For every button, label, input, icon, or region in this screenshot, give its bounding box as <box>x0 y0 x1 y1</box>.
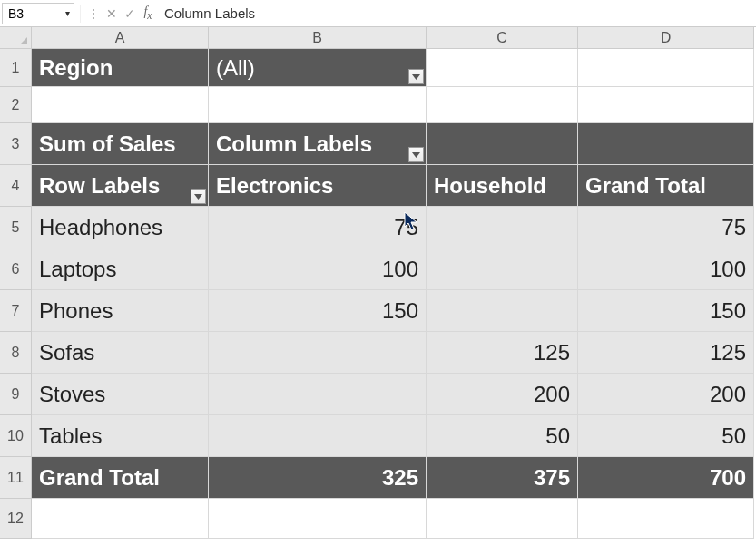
cell-A11[interactable]: Grand Total <box>32 457 209 499</box>
cell-C7[interactable] <box>427 290 578 332</box>
row-header-4[interactable]: 4 <box>0 165 32 207</box>
cell-A1[interactable]: Region <box>32 49 209 87</box>
confirm-check-icon[interactable]: ✓ <box>121 5 139 23</box>
cell-value: 150 <box>382 298 418 324</box>
cell-value: 75 <box>722 215 746 240</box>
cell-C11[interactable]: 375 <box>427 457 578 499</box>
cell-C5[interactable] <box>427 207 578 248</box>
col-header-D[interactable]: D <box>578 27 754 49</box>
row-header-12[interactable]: 12 <box>0 499 32 539</box>
cell-C10[interactable]: 50 <box>427 415 578 457</box>
col-header-A[interactable]: A <box>32 27 209 49</box>
spreadsheet-grid: A B C D 1 Region (All) 2 3 Sum of Sales … <box>0 27 756 539</box>
cell-value: 200 <box>710 382 746 407</box>
row-label: Sofas <box>39 340 94 365</box>
row-header-1[interactable]: 1 <box>0 49 32 87</box>
name-box-value: B3 <box>8 6 24 21</box>
cell-B6[interactable]: 100 <box>209 248 427 290</box>
cell-D2[interactable] <box>578 87 754 123</box>
chevron-down-icon <box>194 194 202 200</box>
cell-D5[interactable]: 75 <box>578 207 754 248</box>
pivot-values-label: Sum of Sales <box>39 131 176 157</box>
row-label: Tables <box>39 424 102 449</box>
cell-A3[interactable]: Sum of Sales <box>32 123 209 165</box>
cell-C2[interactable] <box>427 87 578 123</box>
cell-D4[interactable]: Grand Total <box>578 165 754 207</box>
column-labels-dropdown-button[interactable] <box>408 147 424 162</box>
cell-B12[interactable] <box>209 499 427 539</box>
cell-B4[interactable]: Electronics <box>209 165 427 207</box>
row-header-3[interactable]: 3 <box>0 123 32 165</box>
cell-C8[interactable]: 125 <box>427 332 578 374</box>
cell-value: 100 <box>382 257 418 282</box>
select-all-corner[interactable] <box>0 27 32 49</box>
cell-B2[interactable] <box>209 87 427 123</box>
row-4: 4 Row Labels Electronics Household Grand… <box>0 165 756 207</box>
cell-value: 125 <box>534 340 570 365</box>
menu-dots-icon[interactable]: ⋮ <box>84 5 103 23</box>
grand-total-label: Grand Total <box>39 465 160 491</box>
cell-B11[interactable]: 325 <box>209 457 427 499</box>
cell-C3[interactable] <box>427 123 578 165</box>
cell-D11[interactable]: 700 <box>578 457 754 499</box>
cancel-x-icon[interactable]: ✕ <box>103 5 121 23</box>
row-header-5[interactable]: 5 <box>0 207 32 248</box>
row-1: 1 Region (All) <box>0 49 756 87</box>
cell-B7[interactable]: 150 <box>209 290 427 332</box>
cell-D12[interactable] <box>578 499 754 539</box>
cell-B1[interactable]: (All) <box>209 49 427 87</box>
cell-A8[interactable]: Sofas <box>32 332 209 374</box>
row-header-9[interactable]: 9 <box>0 374 32 415</box>
cell-D9[interactable]: 200 <box>578 374 754 415</box>
row-12: 12 <box>0 499 756 539</box>
name-box[interactable]: B3 ▾ <box>2 3 74 24</box>
pivot-column-labels: Column Labels <box>216 131 372 157</box>
row-header-11[interactable]: 11 <box>0 457 32 499</box>
cell-A2[interactable] <box>32 87 209 123</box>
cell-D10[interactable]: 50 <box>578 415 754 457</box>
cell-B10[interactable] <box>209 415 427 457</box>
cell-C9[interactable]: 200 <box>427 374 578 415</box>
pivot-filter-label: Region <box>39 55 113 81</box>
col-household: Household <box>434 173 546 199</box>
cell-A9[interactable]: Stoves <box>32 374 209 415</box>
cell-C4[interactable]: Household <box>427 165 578 207</box>
col-header-B[interactable]: B <box>209 27 427 49</box>
col-electronics: Electronics <box>216 173 333 199</box>
column-header-row: A B C D <box>0 27 756 49</box>
row-header-2[interactable]: 2 <box>0 87 32 123</box>
cell-B8[interactable] <box>209 332 427 374</box>
cell-D7[interactable]: 150 <box>578 290 754 332</box>
row-label: Stoves <box>39 382 105 407</box>
cell-A12[interactable] <box>32 499 209 539</box>
col-header-C[interactable]: C <box>427 27 578 49</box>
row-label: Headphones <box>39 215 162 240</box>
cell-C6[interactable] <box>427 248 578 290</box>
cell-A6[interactable]: Laptops <box>32 248 209 290</box>
cell-A4[interactable]: Row Labels <box>32 165 209 207</box>
cell-D1[interactable] <box>578 49 754 87</box>
cell-C12[interactable] <box>427 499 578 539</box>
cell-B5[interactable]: 75 <box>209 207 427 248</box>
cell-B3[interactable]: Column Labels <box>209 123 427 165</box>
cell-D3[interactable] <box>578 123 754 165</box>
cell-value: 50 <box>545 424 570 449</box>
fx-icon[interactable]: fx <box>139 5 157 23</box>
cell-A5[interactable]: Headphones <box>32 207 209 248</box>
cell-value: 150 <box>710 298 746 324</box>
row-header-6[interactable]: 6 <box>0 248 32 290</box>
cell-A10[interactable]: Tables <box>32 415 209 457</box>
row-labels-dropdown-button[interactable] <box>191 189 206 204</box>
cell-B9[interactable] <box>209 374 427 415</box>
filter-dropdown-button[interactable] <box>408 69 424 84</box>
cell-C1[interactable] <box>427 49 578 87</box>
row-header-10[interactable]: 10 <box>0 415 32 457</box>
cell-A7[interactable]: Phones <box>32 290 209 332</box>
formula-input[interactable]: Column Labels <box>157 3 756 24</box>
chevron-down-icon[interactable]: ▾ <box>65 8 70 18</box>
row-header-8[interactable]: 8 <box>0 332 32 374</box>
cell-D6[interactable]: 100 <box>578 248 754 290</box>
cell-value: 700 <box>710 465 746 491</box>
cell-D8[interactable]: 125 <box>578 332 754 374</box>
row-header-7[interactable]: 7 <box>0 290 32 332</box>
